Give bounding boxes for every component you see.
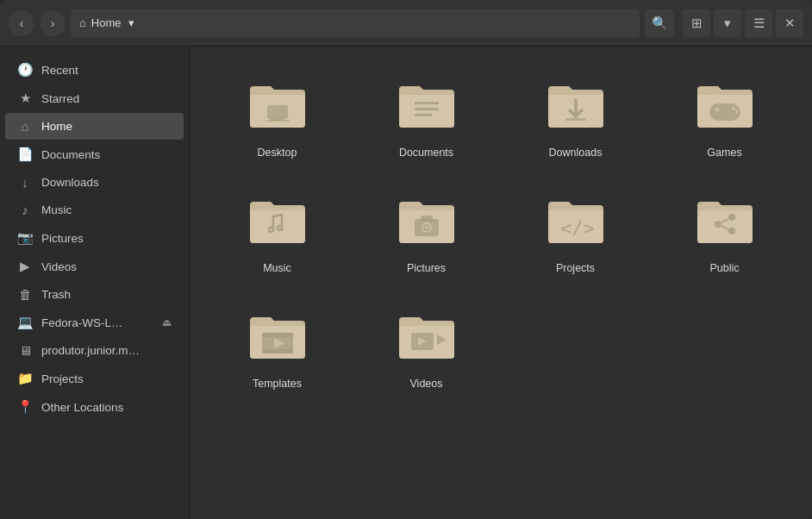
svg-rect-2 — [265, 120, 290, 122]
folder-downloads-label: Downloads — [549, 147, 603, 159]
sidebar-item-fedora[interactable]: 💻 Fedora-WS-L… ⏏ — [5, 309, 184, 336]
svg-rect-25 — [262, 349, 293, 353]
folder-downloads-icon — [541, 71, 610, 140]
sidebar-item-starred[interactable]: ★ Starred — [5, 84, 184, 112]
folder-templates-icon — [243, 302, 312, 371]
folder-documents[interactable]: Documents — [356, 60, 497, 167]
sidebar-label-pictures: Pictures — [41, 232, 84, 245]
folder-games[interactable]: Games — [654, 60, 795, 167]
sidebar-item-pictures[interactable]: 📷 Pictures — [5, 224, 184, 252]
sidebar-label-music: Music — [41, 203, 72, 216]
forward-button[interactable]: › — [40, 10, 66, 36]
svg-rect-24 — [262, 333, 293, 337]
folder-pictures[interactable]: Pictures — [356, 176, 497, 283]
sidebar: 🕐 Recent ★ Starred ⌂ Home 📄 Documents ↓ … — [0, 47, 190, 519]
folder-public[interactable]: Public — [654, 176, 795, 283]
file-manager-window: ‹ › ⌂ Home ▾ 🔍 ⊞ ▾ ☰ ✕ 🕐 Recent ★ Starre… — [0, 0, 812, 519]
sidebar-label-other: Other Locations — [41, 401, 123, 414]
svg-point-19 — [728, 214, 735, 221]
sidebar-label-fedora: Fedora-WS-L… — [41, 316, 153, 329]
sort-dropdown-button[interactable]: ▾ — [714, 9, 741, 37]
folder-templates[interactable]: Templates — [207, 291, 347, 398]
folder-music[interactable]: Music — [207, 176, 347, 283]
recent-icon: 🕐 — [17, 62, 33, 78]
sidebar-label-produtor: produtor.junior.m… — [41, 344, 140, 357]
svg-point-11 — [735, 110, 739, 114]
folder-videos-icon — [392, 302, 461, 371]
folder-games-icon — [690, 71, 759, 140]
view-toggle-button[interactable]: ⊞ — [683, 9, 710, 37]
sidebar-label-downloads: Downloads — [41, 176, 99, 189]
toolbar: ‹ › ⌂ Home ▾ 🔍 ⊞ ▾ ☰ ✕ — [0, 0, 812, 47]
folder-music-label: Music — [263, 262, 291, 274]
sidebar-item-other[interactable]: 📍 Other Locations — [5, 393, 184, 421]
fedora-icon: 💻 — [17, 315, 33, 330]
folder-projects[interactable]: </> Projects — [505, 176, 646, 283]
svg-rect-4 — [415, 108, 439, 110]
music-icon: ♪ — [17, 203, 33, 217]
svg-point-20 — [728, 228, 735, 234]
search-button[interactable]: 🔍 — [645, 9, 674, 37]
svg-rect-3 — [415, 102, 439, 104]
downloads-icon: ↓ — [17, 175, 33, 190]
svg-rect-6 — [565, 118, 586, 121]
folder-projects-label: Projects — [556, 262, 595, 274]
folder-desktop[interactable]: Desktop — [207, 60, 347, 167]
folder-desktop-label: Desktop — [258, 147, 297, 159]
sidebar-label-documents: Documents — [41, 148, 100, 161]
sidebar-label-videos: Videos — [41, 260, 77, 273]
starred-icon: ★ — [17, 91, 33, 106]
eject-icon[interactable]: ⏏ — [162, 316, 172, 328]
sidebar-label-starred: Starred — [41, 92, 79, 105]
sidebar-item-documents[interactable]: 📄 Documents — [5, 141, 184, 168]
home-sidebar-icon: ⌂ — [17, 119, 33, 134]
breadcrumb[interactable]: ⌂ Home ▾ — [71, 9, 640, 37]
folder-pictures-icon — [392, 186, 461, 255]
menu-button[interactable]: ☰ — [745, 9, 772, 37]
sidebar-label-recent: Recent — [41, 64, 78, 77]
toolbar-right: ⊞ ▾ ☰ ✕ — [683, 9, 803, 37]
folder-public-label: Public — [709, 262, 739, 274]
back-button[interactable]: ‹ — [9, 10, 34, 36]
folder-desktop-icon — [243, 71, 312, 140]
svg-text:</>: </> — [560, 217, 595, 239]
svg-rect-0 — [267, 105, 288, 119]
produtor-icon: 🖥 — [17, 343, 33, 358]
svg-rect-14 — [421, 216, 433, 221]
folder-documents-icon — [392, 71, 461, 140]
sidebar-label-projects: Projects — [41, 372, 84, 385]
folder-projects-icon: </> — [541, 186, 610, 255]
sidebar-item-videos[interactable]: ▶ Videos — [5, 253, 184, 280]
sidebar-item-produtor[interactable]: 🖥 produtor.junior.m… — [5, 337, 184, 364]
folder-games-label: Games — [707, 147, 741, 159]
folder-music-icon — [243, 186, 312, 255]
breadcrumb-dropdown-icon: ▾ — [128, 16, 134, 29]
sidebar-item-music[interactable]: ♪ Music — [5, 197, 184, 223]
documents-icon: 📄 — [17, 147, 33, 162]
sidebar-item-home[interactable]: ⌂ Home — [5, 113, 184, 140]
main-area: 🕐 Recent ★ Starred ⌂ Home 📄 Documents ↓ … — [0, 47, 812, 519]
folder-public-icon — [690, 186, 759, 255]
sidebar-item-projects[interactable]: 📁 Projects — [5, 365, 184, 392]
folder-downloads[interactable]: Downloads — [505, 60, 646, 167]
svg-rect-9 — [716, 107, 718, 112]
sidebar-item-trash[interactable]: 🗑 Trash — [5, 281, 184, 308]
pictures-icon: 📷 — [17, 230, 33, 246]
sidebar-item-recent[interactable]: 🕐 Recent — [5, 56, 184, 84]
breadcrumb-label: Home — [91, 16, 122, 29]
folder-videos[interactable]: Videos — [356, 291, 497, 398]
svg-point-10 — [732, 107, 735, 110]
folder-pictures-label: Pictures — [407, 262, 446, 274]
folder-videos-label: Videos — [410, 378, 443, 390]
sidebar-label-home: Home — [41, 120, 72, 133]
projects-icon: 📁 — [17, 371, 33, 386]
folder-documents-label: Documents — [399, 147, 453, 159]
folder-templates-label: Templates — [253, 378, 302, 390]
sidebar-label-trash: Trash — [41, 288, 71, 301]
svg-point-18 — [715, 221, 721, 228]
close-button[interactable]: ✕ — [776, 9, 803, 37]
sidebar-item-downloads[interactable]: ↓ Downloads — [5, 169, 184, 196]
svg-rect-5 — [415, 114, 432, 116]
videos-icon: ▶ — [17, 259, 33, 274]
trash-icon: 🗑 — [17, 287, 33, 302]
